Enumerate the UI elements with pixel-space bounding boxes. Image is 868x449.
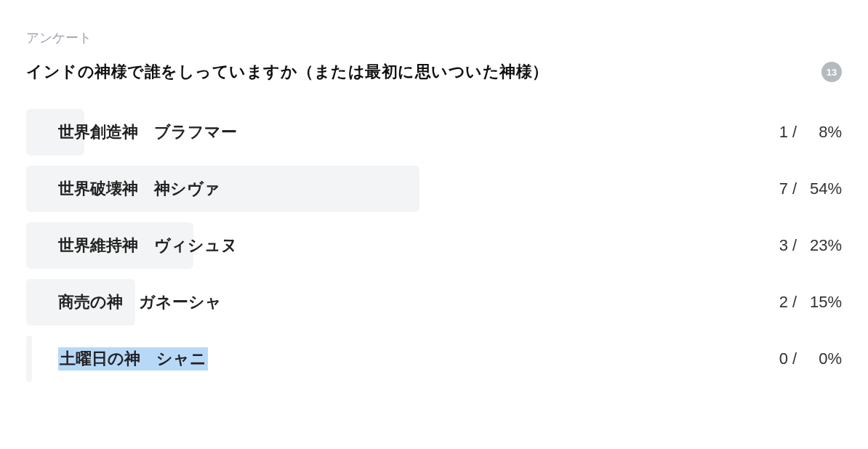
separator: / <box>792 349 797 368</box>
option-label: 商売の神 ガネーシャ <box>58 291 222 313</box>
vote-count: 3 <box>769 236 788 255</box>
poll-options: 世界創造神 ブラフマー 1 / 8% 世界破壊神 神シヴァ 7 / 54% 世界… <box>26 109 842 382</box>
question-text: インドの神様で誰をしっていますか（または最初に思いついた神様） <box>26 61 549 83</box>
poll-option[interactable]: 土曜日の神 シャニ 0 / 0% <box>26 336 842 382</box>
poll-option[interactable]: 世界維持神 ヴィシュヌ 3 / 23% <box>26 222 842 269</box>
option-stats: 1 / 8% <box>769 123 842 142</box>
poll-option[interactable]: 世界創造神 ブラフマー 1 / 8% <box>26 109 842 155</box>
option-label: 世界破壊神 神シヴァ <box>58 178 220 200</box>
bar-container: 世界破壊神 神シヴァ <box>26 166 755 212</box>
bar-container: 世界創造神 ブラフマー <box>26 109 755 155</box>
vote-percent: 8% <box>801 123 842 142</box>
question-row: インドの神様で誰をしっていますか（または最初に思いついた神様） 13 <box>26 61 842 83</box>
bar-container: 商売の神 ガネーシャ <box>26 279 755 325</box>
vote-count: 1 <box>769 123 788 142</box>
option-stats: 3 / 23% <box>769 236 842 255</box>
response-count-badge: 13 <box>821 62 842 82</box>
vote-count: 0 <box>769 349 788 368</box>
bar-container: 土曜日の神 シャニ <box>26 336 755 382</box>
option-label: 土曜日の神 シャニ <box>58 347 208 371</box>
vote-count: 2 <box>769 293 788 312</box>
separator: / <box>792 236 797 255</box>
section-label: アンケート <box>26 29 842 46</box>
poll-option[interactable]: 世界破壊神 神シヴァ 7 / 54% <box>26 166 842 212</box>
separator: / <box>792 179 797 198</box>
vote-count: 7 <box>769 179 788 198</box>
separator: / <box>792 123 797 142</box>
option-stats: 7 / 54% <box>769 179 842 198</box>
vote-percent: 15% <box>801 293 842 312</box>
bar-container: 世界維持神 ヴィシュヌ <box>26 222 755 269</box>
option-stats: 2 / 15% <box>769 293 842 312</box>
vote-percent: 54% <box>801 179 842 198</box>
option-label: 世界創造神 ブラフマー <box>58 121 237 143</box>
bar-fill <box>26 336 32 382</box>
vote-percent: 0% <box>801 349 842 368</box>
vote-percent: 23% <box>801 236 842 255</box>
poll-option[interactable]: 商売の神 ガネーシャ 2 / 15% <box>26 279 842 325</box>
separator: / <box>792 293 797 312</box>
option-stats: 0 / 0% <box>769 349 842 368</box>
option-label: 世界維持神 ヴィシュヌ <box>58 235 238 256</box>
